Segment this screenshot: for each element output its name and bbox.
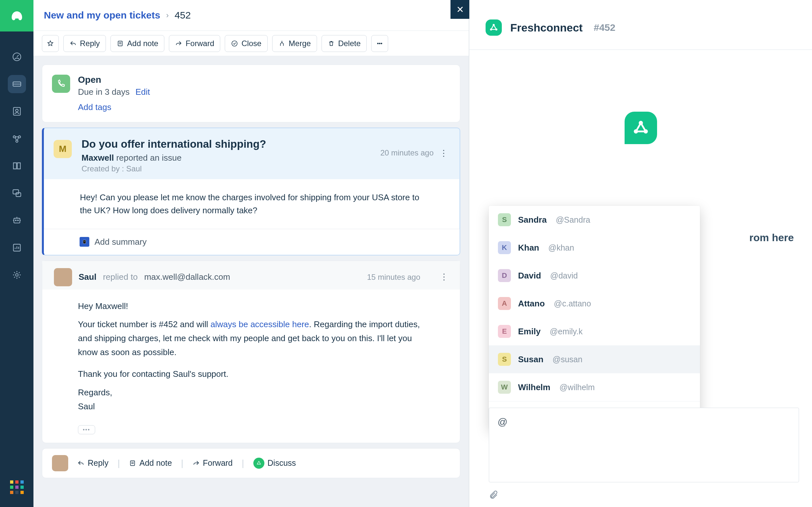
compose-footer — [469, 482, 812, 507]
nav-reports[interactable] — [8, 238, 26, 257]
main-column: New and my open tickets › 452 Reply Add … — [34, 0, 469, 507]
delete-label: Delete — [338, 39, 360, 48]
edit-link[interactable]: Edit — [136, 87, 150, 97]
mention-item[interactable]: DDavid@david — [489, 262, 700, 289]
svg-point-0 — [12, 16, 15, 20]
footer-discuss-button[interactable]: Discuss — [253, 458, 296, 469]
mention-name: Attano — [518, 299, 545, 309]
freshconnect-logo-icon — [486, 19, 502, 36]
close-panel-button[interactable]: ✕ — [451, 0, 469, 19]
reporter-name: Maxwell — [82, 153, 114, 163]
nav-dashboard[interactable] — [8, 48, 26, 66]
mention-handle: @khan — [548, 243, 574, 252]
mention-avatar: A — [498, 297, 511, 310]
freshconnect-icon — [253, 458, 264, 469]
close-label: Close — [241, 39, 261, 48]
mention-avatar: S — [498, 213, 511, 226]
reply-more-icon[interactable]: ⋮ — [440, 272, 448, 282]
expand-quoted-button[interactable]: ••• — [78, 425, 95, 434]
footer-reply-button[interactable]: Reply — [77, 458, 108, 468]
mention-item[interactable]: SSandra@Sandra — [489, 206, 700, 234]
mention-item[interactable]: EEmily@emily.k — [489, 318, 700, 345]
ticket-body: Hey! Can you please let me know the char… — [44, 179, 459, 229]
mention-name: Sandra — [518, 215, 547, 225]
ticket-timestamp: 20 minutes ago — [380, 148, 434, 157]
mention-avatar: S — [498, 353, 511, 366]
svg-point-19 — [379, 43, 380, 44]
nav-tickets[interactable] — [8, 75, 26, 93]
svg-point-18 — [377, 43, 378, 44]
merge-label: Merge — [289, 39, 311, 48]
mention-avatar: W — [498, 381, 511, 394]
attachment-icon[interactable] — [489, 490, 499, 500]
nav-knowledge[interactable] — [8, 157, 26, 175]
merge-button[interactable]: Merge — [272, 35, 317, 52]
reply-to-email: max.well@dallack.com — [144, 272, 230, 282]
nav-bot[interactable] — [8, 211, 26, 229]
footer-add-note-button[interactable]: Add note — [129, 458, 172, 468]
reply-body: Hey Maxwell! Your ticket number is #452 … — [42, 289, 460, 425]
breadcrumb-bar: New and my open tickets › 452 — [34, 0, 469, 31]
delete-button[interactable]: Delete — [321, 35, 367, 52]
forward-button[interactable]: Forward — [169, 35, 220, 52]
created-by-name: Saul — [126, 164, 142, 173]
ticket-card: M Do you offer international shipping? M… — [42, 127, 460, 256]
compose-input[interactable]: @ — [489, 408, 799, 482]
phone-icon — [52, 75, 70, 93]
star-button[interactable] — [42, 35, 59, 52]
due-text: Due in 3 days — [78, 87, 130, 97]
toolbar: Reply Add note Forward Close Merge Delet… — [34, 31, 469, 56]
chevron-right-icon: › — [166, 11, 168, 20]
more-button[interactable] — [371, 35, 388, 52]
mention-handle: @emily.k — [550, 327, 582, 336]
nav-chat[interactable] — [8, 184, 26, 202]
svg-point-17 — [232, 41, 238, 46]
nav-automation[interactable] — [8, 129, 26, 148]
svg-rect-11 — [14, 218, 20, 223]
reporter-action: reported an issue — [116, 153, 182, 163]
panel-ticket-hash: #452 — [594, 22, 615, 33]
mention-item[interactable]: KKhan@khan — [489, 234, 700, 262]
add-tags-link[interactable]: Add tags — [78, 102, 150, 112]
status-card: Open Due in 3 daysEdit Add tags — [42, 65, 460, 122]
nav-apps-grid[interactable] — [10, 481, 24, 494]
agent-avatar — [54, 268, 72, 286]
breadcrumb-ticket-no: 452 — [174, 10, 191, 21]
side-nav — [0, 0, 34, 507]
summary-doc-icon — [80, 237, 89, 247]
svg-point-5 — [15, 109, 18, 112]
freshconnect-panel: ✕ Freshconnect #452 rom here SSandra@San… — [469, 0, 812, 507]
add-note-button[interactable]: Add note — [110, 35, 164, 52]
mention-name: Susan — [518, 354, 543, 364]
mention-handle: @david — [550, 271, 578, 280]
mention-avatar: D — [498, 269, 511, 282]
mention-item[interactable]: AAttano@c.attano — [489, 289, 700, 318]
panel-empty-text-partial: rom here — [749, 232, 794, 244]
reply-p3: Thank you for contacting Saul's support. — [78, 367, 424, 381]
mention-avatar: E — [498, 325, 511, 338]
breadcrumb-link[interactable]: New and my open tickets — [44, 10, 160, 21]
add-summary-button[interactable]: Add summary — [44, 229, 460, 255]
close-button[interactable]: Close — [225, 35, 267, 52]
svg-point-12 — [15, 220, 16, 221]
status-label: Open — [78, 75, 150, 85]
app-logo[interactable] — [0, 0, 34, 32]
mention-item[interactable]: SSusan@susan — [489, 345, 700, 373]
mention-item[interactable]: WWilhelm@wilhelm — [489, 373, 700, 401]
nav-contacts[interactable] — [8, 102, 26, 120]
reply-p4: Regards, — [78, 386, 424, 400]
mention-handle: @Sandra — [556, 215, 590, 225]
reply-button[interactable]: Reply — [63, 35, 106, 52]
svg-point-20 — [381, 43, 382, 44]
ticket-permalink[interactable]: always be accessible here — [210, 320, 309, 329]
footer-forward-button[interactable]: Forward — [193, 458, 233, 468]
requester-avatar: M — [54, 140, 72, 158]
mention-name: Emily — [518, 327, 541, 337]
svg-rect-16 — [118, 41, 122, 46]
mention-name: David — [518, 271, 541, 281]
reply-p1: Hey Maxwell! — [78, 299, 424, 313]
svg-point-15 — [15, 274, 18, 276]
nav-settings[interactable] — [8, 266, 26, 284]
panel-header: Freshconnect #452 — [469, 0, 812, 50]
ticket-more-icon[interactable]: ⋮ — [440, 148, 448, 158]
